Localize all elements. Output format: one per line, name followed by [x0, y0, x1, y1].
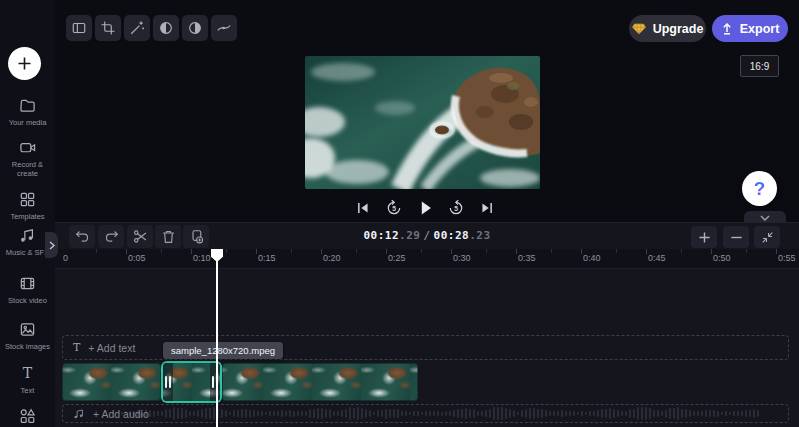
text-icon: T: [19, 364, 36, 382]
question-mark-icon: ?: [754, 178, 766, 200]
sidebar-item-graphics[interactable]: [0, 408, 55, 427]
sidebar-item-label: Your media: [9, 118, 47, 127]
add-media-button[interactable]: [8, 47, 41, 80]
sidebar-item-stock-images[interactable]: Stock images: [0, 320, 55, 351]
video-preview[interactable]: [305, 56, 540, 189]
export-button[interactable]: Export: [712, 15, 788, 42]
timecode-separator: /: [420, 229, 433, 242]
forward-5s-button[interactable]: 5: [444, 196, 469, 221]
skip-back-icon: [353, 198, 373, 218]
folder-icon: [19, 96, 36, 114]
ruler-label: 0:05: [128, 253, 146, 263]
forward-5s-icon: 5: [446, 198, 466, 218]
timeline-panel: 00:12.29/00:28.23 00:050:100:150:200:250…: [55, 222, 799, 427]
tone-curve-tool-button[interactable]: [211, 15, 237, 41]
upgrade-label: Upgrade: [653, 22, 704, 36]
video-clip-3[interactable]: [222, 363, 418, 401]
magic-wand-icon: [128, 19, 146, 37]
ruler-label: 0:15: [258, 253, 276, 263]
skip-back-button[interactable]: [351, 196, 376, 221]
video-clip-1[interactable]: [62, 363, 161, 401]
trim-handle-left[interactable]: [163, 363, 173, 401]
fit-to-screen-icon: [760, 230, 775, 245]
playhead[interactable]: [216, 249, 218, 427]
ruler-label: 0:10: [193, 253, 211, 263]
app-window: c: [0, 0, 799, 427]
play-icon: [414, 197, 436, 219]
video-track: [55, 363, 799, 401]
skip-forward-button[interactable]: [475, 196, 500, 221]
ruler-label: 0: [63, 253, 68, 263]
help-button[interactable]: ?: [742, 171, 777, 206]
timecode-total-frames: .23: [469, 229, 490, 242]
text-track-icon: T: [73, 341, 80, 354]
upgrade-button[interactable]: Upgrade: [629, 15, 706, 42]
preview-ocean-frame: [305, 56, 540, 189]
timecode-current-frames: .29: [399, 229, 420, 242]
film-strip-icon: [19, 274, 36, 292]
timeline-ruler[interactable]: 00:050:100:150:200:250:300:350:400:450:5…: [55, 249, 799, 269]
sidebar-item-label: Stock images: [5, 342, 50, 351]
ruler-label: 0:30: [453, 253, 471, 263]
minus-icon: [730, 231, 743, 244]
zoom-in-button[interactable]: [691, 226, 717, 248]
effects-tool-button[interactable]: [124, 15, 150, 41]
export-label: Export: [740, 22, 780, 36]
skip-forward-icon: [477, 198, 497, 218]
templates-grid-icon: [19, 190, 36, 208]
sidebar-item-label: Text: [21, 386, 35, 395]
plus-icon: [17, 56, 32, 71]
aspect-ratio-button[interactable]: 16:9: [740, 55, 779, 77]
trim-handle-right[interactable]: [210, 363, 220, 401]
clip-filename: sample_1280x720.mpeg: [171, 345, 275, 356]
zoom-out-button[interactable]: [723, 226, 749, 248]
ruler-label: 0:55: [778, 253, 796, 263]
clip-filename-tooltip: sample_1280x720.mpeg: [163, 342, 283, 359]
ruler-label: 0:20: [323, 253, 341, 263]
video-clip-2-selected[interactable]: [163, 363, 220, 401]
sidebar-item-label: Stock video: [8, 296, 47, 305]
camera-icon: [19, 138, 36, 156]
ruler-label: 0:45: [648, 253, 666, 263]
svg-text:5: 5: [454, 205, 458, 212]
sidebar-item-text[interactable]: T Text: [0, 364, 55, 395]
contrast-tool-button[interactable]: [153, 15, 179, 41]
tone-curve-icon: [215, 19, 233, 37]
image-icon: [19, 320, 36, 338]
sidebar-item-your-media[interactable]: Your media: [0, 96, 55, 127]
sidebar-item-label: Music & SFX: [6, 248, 49, 257]
export-up-arrow-icon: [721, 22, 733, 35]
ruler-label: 0:25: [388, 253, 406, 263]
add-audio-track[interactable]: + Add audio: [62, 404, 789, 423]
layout-icon: [70, 19, 88, 37]
play-button[interactable]: [413, 196, 438, 221]
transport-controls: 5 5: [349, 195, 501, 221]
exposure-icon: [186, 19, 204, 37]
diamond-icon: [632, 23, 646, 35]
svg-text:T: T: [23, 365, 33, 381]
shapes-icon: [19, 408, 36, 426]
ruler-label: 0:40: [583, 253, 601, 263]
ruler-label: 0:50: [713, 253, 731, 263]
chevron-right-icon: [49, 241, 55, 250]
svg-text:5: 5: [392, 205, 396, 212]
rewind-5s-button[interactable]: 5: [382, 196, 407, 221]
audio-waveform: [121, 405, 782, 422]
crop-icon: [99, 19, 117, 37]
add-text-label: + Add text: [88, 342, 135, 354]
audio-track-music-icon: [73, 408, 85, 420]
timecode-display: 00:12.29/00:28.23: [55, 229, 799, 242]
sidebar-item-stock-video[interactable]: Stock video: [0, 274, 55, 305]
ruler-label: 0:35: [518, 253, 536, 263]
fit-to-screen-button[interactable]: [754, 226, 780, 248]
sidebar: Your media Record & create Templates: [0, 0, 55, 427]
sidebar-item-templates[interactable]: Templates: [0, 190, 55, 221]
chevron-down-icon: [760, 215, 770, 221]
layout-tool-button[interactable]: [66, 15, 92, 41]
music-note-icon: [19, 226, 36, 244]
sidebar-item-label: Templates: [10, 212, 44, 221]
crop-tool-button[interactable]: [95, 15, 121, 41]
sidebar-item-record-create[interactable]: Record & create: [0, 138, 55, 179]
sidebar-expand-handle[interactable]: [45, 232, 58, 258]
exposure-tool-button[interactable]: [182, 15, 208, 41]
